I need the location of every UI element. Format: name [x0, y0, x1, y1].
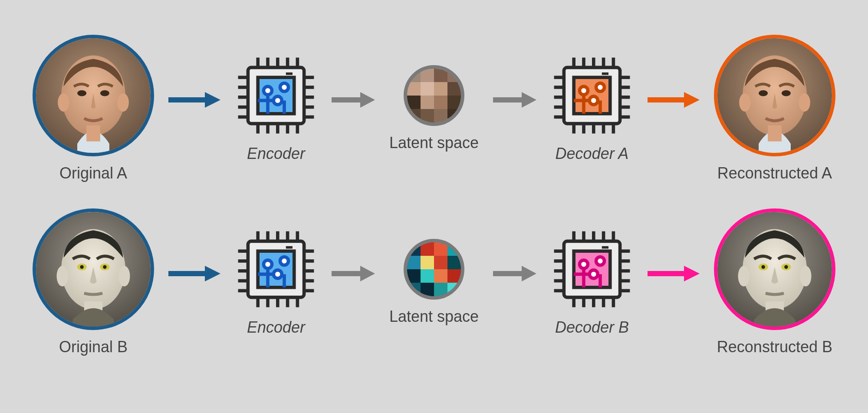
svg-rect-42: [421, 69, 434, 82]
svg-rect-144: [407, 256, 421, 269]
decoder-b-chip-icon: [551, 228, 633, 311]
svg-rect-50: [421, 96, 434, 109]
svg-point-4: [100, 90, 109, 96]
svg-rect-152: [407, 283, 421, 296]
encoder-b-label: Encoder: [247, 318, 305, 337]
arrow-a1: [168, 91, 220, 109]
svg-point-94: [782, 90, 791, 96]
arrow-b3: [493, 265, 536, 282]
svg-rect-41: [407, 69, 421, 82]
svg-point-105: [118, 266, 130, 287]
autoencoder-diagram: Original A: [0, 0, 868, 413]
arrow-a3: [493, 91, 536, 109]
svg-point-35: [263, 86, 272, 95]
svg-rect-154: [434, 283, 447, 296]
svg-rect-153: [421, 283, 434, 296]
arrow-a4: [648, 91, 700, 109]
svg-point-186: [596, 257, 604, 265]
svg-rect-54: [421, 109, 434, 122]
svg-rect-145: [421, 256, 434, 269]
svg-point-93: [759, 90, 768, 96]
decoder-a-chip-icon: [551, 54, 633, 137]
svg-marker-138: [360, 266, 375, 281]
svg-rect-55: [434, 109, 447, 122]
svg-point-135: [273, 270, 282, 278]
original-a-cell: Original A: [33, 35, 154, 182]
latent-b-label: Latent space: [389, 307, 479, 326]
reconstructed-a-label: Reconstructed A: [717, 164, 832, 182]
pipeline-row-a: Original A: [33, 26, 835, 191]
svg-rect-2: [86, 126, 100, 142]
svg-marker-8: [205, 92, 220, 108]
svg-point-104: [57, 266, 68, 287]
svg-rect-46: [421, 82, 434, 96]
svg-marker-39: [360, 92, 375, 108]
encoder-b-chip-icon: [235, 228, 317, 311]
svg-rect-52: [447, 96, 461, 109]
svg-rect-140: [407, 242, 421, 256]
svg-point-184: [579, 260, 588, 268]
svg-rect-51: [434, 96, 447, 109]
decoder-a-cell: Decoder A: [551, 54, 633, 163]
svg-rect-142: [434, 242, 447, 256]
encoder-a-label: Encoder: [247, 145, 305, 163]
svg-rect-49: [407, 96, 421, 109]
svg-point-103: [103, 265, 106, 268]
svg-rect-146: [434, 256, 447, 269]
svg-point-185: [589, 270, 598, 278]
encoder-chip-icon: [235, 54, 317, 137]
reconstructed-a-image: [714, 35, 835, 156]
svg-point-134: [263, 260, 272, 268]
svg-point-96: [799, 93, 810, 112]
arrow-b4: [648, 265, 700, 282]
svg-rect-44: [447, 69, 461, 82]
svg-marker-89: [684, 92, 700, 108]
svg-rect-92: [768, 126, 782, 142]
original-b-cell: Original B: [33, 208, 154, 356]
svg-rect-81: [602, 73, 608, 75]
svg-point-5: [58, 93, 69, 112]
encoder-a-cell: Encoder: [235, 54, 317, 163]
svg-rect-53: [407, 109, 421, 122]
svg-point-85: [579, 86, 588, 95]
svg-rect-147: [447, 256, 461, 269]
svg-point-196: [738, 266, 749, 287]
decoder-b-cell: Decoder B: [551, 228, 633, 337]
svg-rect-151: [447, 269, 461, 283]
svg-point-37: [280, 83, 288, 92]
original-b-label: Original B: [59, 338, 128, 356]
arrow-b2: [332, 265, 375, 282]
svg-point-87: [596, 83, 604, 92]
svg-point-194: [761, 265, 765, 268]
original-b-image: [33, 208, 154, 330]
svg-rect-149: [421, 269, 434, 283]
svg-point-3: [77, 90, 86, 96]
svg-marker-188: [684, 266, 700, 281]
original-a-image: [33, 35, 154, 156]
svg-rect-141: [421, 242, 434, 256]
svg-rect-31: [286, 73, 293, 75]
svg-rect-56: [447, 109, 461, 122]
latent-b-cell: Latent space: [389, 239, 479, 326]
svg-point-136: [280, 257, 288, 265]
svg-point-36: [273, 96, 282, 105]
svg-point-197: [800, 266, 811, 287]
arrow-a2: [332, 91, 375, 109]
svg-point-6: [117, 93, 128, 112]
svg-rect-148: [407, 269, 421, 283]
pipeline-row-b: Original B: [33, 200, 835, 365]
svg-point-95: [739, 93, 750, 112]
svg-rect-155: [447, 283, 461, 296]
original-a-label: Original A: [59, 164, 127, 182]
svg-point-102: [80, 265, 83, 268]
svg-rect-43: [434, 69, 447, 82]
svg-marker-157: [522, 266, 536, 281]
decoder-a-label: Decoder A: [556, 145, 629, 163]
latent-a-cell: Latent space: [389, 65, 479, 152]
reconstructed-b-cell: Reconstructed B: [714, 208, 835, 356]
encoder-b-cell: Encoder: [235, 228, 317, 337]
svg-marker-107: [205, 266, 220, 281]
reconstructed-b-label: Reconstructed B: [717, 338, 832, 356]
reconstructed-b-image: [714, 208, 835, 330]
svg-rect-45: [407, 82, 421, 96]
